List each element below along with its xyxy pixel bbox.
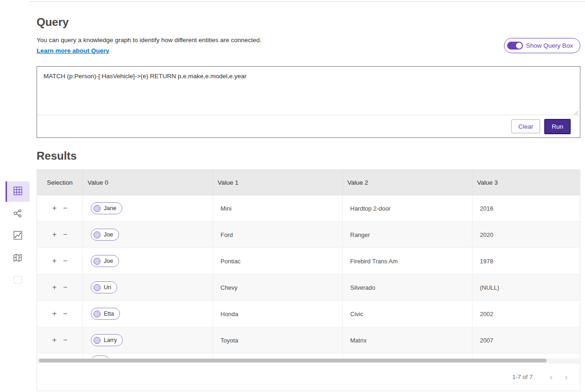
add-to-selection-button[interactable]: + bbox=[52, 336, 57, 344]
table-row: + − Joe Pontiac Firebird Trans Am 1978 bbox=[37, 248, 580, 274]
entity-node-icon bbox=[94, 205, 101, 212]
selection-cell: + − bbox=[37, 301, 83, 327]
link-chart-view-icon bbox=[13, 209, 22, 219]
value1-cell: Pontiac bbox=[213, 248, 343, 274]
selection-view-button bbox=[6, 270, 30, 291]
value1-cell bbox=[213, 354, 343, 358]
value3-cell: 1978 bbox=[472, 248, 580, 274]
add-to-selection-button[interactable]: + bbox=[52, 205, 57, 212]
value1-cell: Chevy bbox=[213, 274, 343, 300]
value3-cell: 2016 bbox=[472, 195, 580, 221]
query-input[interactable]: MATCH (p:Person)-[:HasVehicle]->(e) RETU… bbox=[37, 67, 580, 115]
top-border bbox=[30, 1, 585, 2]
column-header-value3: Value 3 bbox=[472, 170, 580, 195]
column-header-selection: Selection bbox=[37, 170, 83, 195]
entity-node-icon bbox=[94, 311, 101, 317]
learn-more-link[interactable]: Learn more about Query bbox=[37, 47, 109, 54]
previous-page-button[interactable]: ‹ bbox=[544, 370, 559, 385]
remove-from-selection-button[interactable]: − bbox=[63, 284, 67, 291]
table-row: + − Joe Ford Ranger 2020 bbox=[37, 222, 580, 248]
remove-from-selection-button[interactable]: − bbox=[63, 257, 67, 265]
selection-cell: + − bbox=[37, 274, 83, 300]
remove-from-selection-button[interactable]: − bbox=[63, 310, 67, 317]
horizontal-scrollbar-track bbox=[37, 358, 580, 363]
column-header-value1: Value 1 bbox=[213, 170, 343, 195]
table-view-icon bbox=[13, 187, 22, 197]
table-row: + − Jane Mini Hardtop 2-door 2016 bbox=[37, 195, 580, 222]
results-table: Selection Value 0 Value 1 Value 2 Value … bbox=[37, 169, 580, 391]
entity-cell: Uri bbox=[83, 274, 213, 300]
map-view-button[interactable] bbox=[6, 248, 30, 268]
table-row-partial bbox=[37, 354, 580, 358]
chart-view-icon bbox=[13, 231, 22, 241]
entity-cell: Jane bbox=[83, 195, 213, 221]
value3-cell: 2020 bbox=[472, 222, 580, 248]
pagination-range: 1-7 of 7 bbox=[512, 373, 533, 380]
entity-pill[interactable]: Larry bbox=[91, 334, 123, 346]
run-button[interactable]: Run bbox=[544, 119, 571, 134]
entity-node-icon bbox=[94, 284, 101, 291]
map-view-icon bbox=[13, 253, 22, 264]
value1-cell: Honda bbox=[213, 301, 343, 327]
entity-node-icon bbox=[94, 231, 101, 238]
next-page-button[interactable]: › bbox=[559, 370, 573, 385]
entity-cell: Joe bbox=[83, 222, 213, 248]
column-header-value2: Value 2 bbox=[343, 170, 472, 195]
chevron-left-icon: ‹ bbox=[550, 372, 553, 382]
show-query-box-toggle[interactable]: Show Query Box bbox=[504, 38, 580, 53]
entity-name: Etta bbox=[104, 311, 114, 317]
chart-view-button[interactable] bbox=[6, 226, 30, 246]
value3-cell bbox=[472, 354, 580, 358]
value2-cell: Firebird Trans Am bbox=[343, 248, 472, 274]
entity-cell bbox=[83, 354, 213, 358]
entity-name: Jane bbox=[104, 205, 116, 212]
value1-cell: Mini bbox=[213, 195, 343, 221]
entity-pill[interactable]: Joe bbox=[91, 255, 119, 267]
value3-cell: 2002 bbox=[472, 301, 580, 327]
entity-pill[interactable]: Joe bbox=[91, 229, 119, 241]
entity-name: Joe bbox=[104, 231, 113, 238]
entity-node-icon bbox=[94, 258, 101, 265]
results-section-title: Results bbox=[37, 149, 77, 162]
entity-name: Larry bbox=[104, 337, 117, 343]
horizontal-scrollbar-thumb[interactable] bbox=[39, 359, 547, 362]
value1-cell: Ford bbox=[213, 222, 343, 248]
entity-cell: Larry bbox=[83, 327, 213, 353]
remove-from-selection-button[interactable]: − bbox=[63, 205, 67, 212]
query-button-bar: Clear Run bbox=[37, 115, 580, 137]
query-page: Query You can query a knowledge graph to… bbox=[0, 0, 585, 392]
table-footer: 1-7 of 7 ‹ › bbox=[37, 363, 580, 391]
add-to-selection-button[interactable]: + bbox=[52, 231, 57, 238]
selection-cell: + − bbox=[37, 327, 83, 353]
value2-cell bbox=[343, 354, 472, 358]
chevron-right-icon: › bbox=[565, 372, 568, 382]
entity-name: Uri bbox=[104, 284, 111, 291]
column-header-value0: Value 0 bbox=[83, 170, 213, 195]
toggle-switch-icon bbox=[507, 42, 523, 50]
table-header-row: Selection Value 0 Value 1 Value 2 Value … bbox=[37, 170, 580, 195]
entity-node-icon bbox=[94, 337, 101, 344]
entity-name: Joe bbox=[104, 258, 113, 264]
clear-button[interactable]: Clear bbox=[511, 119, 540, 133]
add-to-selection-button[interactable]: + bbox=[52, 257, 57, 265]
selection-cell: + − bbox=[37, 248, 83, 274]
entity-cell: Etta bbox=[83, 301, 213, 327]
remove-from-selection-button[interactable]: − bbox=[63, 231, 67, 238]
query-section-title: Query bbox=[37, 16, 69, 29]
query-description: You can query a knowledge graph to ident… bbox=[37, 37, 262, 44]
entity-pill[interactable]: Uri bbox=[91, 281, 117, 293]
link-chart-view-button[interactable] bbox=[6, 204, 30, 224]
remove-from-selection-button[interactable]: − bbox=[63, 336, 67, 344]
add-to-selection-button[interactable]: + bbox=[52, 310, 57, 317]
value2-cell: Ranger bbox=[343, 222, 472, 248]
resize-handle-icon[interactable] bbox=[573, 109, 579, 114]
query-box: MATCH (p:Person)-[:HasVehicle]->(e) RETU… bbox=[37, 66, 580, 138]
value2-cell: Matrix bbox=[343, 327, 472, 353]
add-to-selection-button[interactable]: + bbox=[52, 284, 57, 291]
entity-pill[interactable]: Jane bbox=[91, 202, 122, 214]
selection-cell bbox=[37, 354, 83, 358]
table-view-button[interactable] bbox=[6, 181, 30, 202]
table-body: + − Jane Mini Hardtop 2-door 2016 + − bbox=[37, 195, 580, 358]
value2-cell: Hardtop 2-door bbox=[343, 195, 472, 221]
entity-pill[interactable]: Etta bbox=[91, 308, 120, 320]
